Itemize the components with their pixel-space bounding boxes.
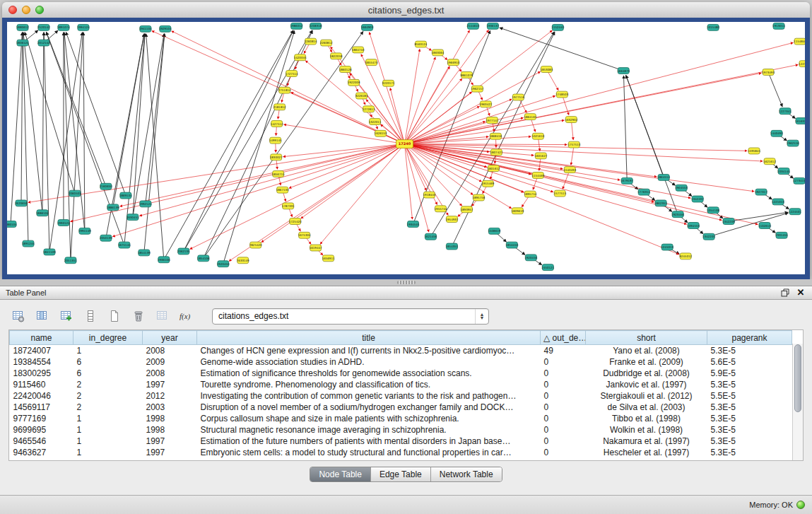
graph-node[interactable]: 1922008 — [348, 79, 360, 86]
table-cell[interactable]: 5.3E-5 — [707, 402, 792, 413]
graph-node[interactable]: 2208318 — [310, 23, 322, 29]
graph-node[interactable]: 2520142 — [37, 24, 50, 30]
graph-node[interactable]: 1619447 — [310, 245, 322, 251]
column-header[interactable]: name — [10, 331, 73, 345]
table-cell[interactable]: 0 — [541, 436, 586, 447]
graph-node[interactable]: 1854450 — [505, 242, 518, 248]
table-cell[interactable]: Corpus callosum shape and size in male p… — [197, 413, 541, 424]
table-cell[interactable]: Estimation of the future numbers of pati… — [197, 436, 541, 447]
graph-node[interactable]: 1868416 — [489, 133, 502, 139]
network-canvas[interactable]: 1724085631241863064196691098610781962157… — [7, 22, 805, 274]
table-cell[interactable]: 9777169 — [10, 413, 73, 424]
graph-node[interactable]: 1856715 — [272, 171, 285, 177]
graph-edge[interactable] — [405, 144, 755, 192]
table-mode-icon[interactable] — [10, 308, 27, 324]
graph-node[interactable]: 1034145 — [777, 168, 790, 175]
graph-edge[interactable] — [626, 76, 664, 177]
table-row[interactable]: 1830029562008Estimation of significance … — [10, 368, 792, 379]
graph-node[interactable]: 1508619 — [488, 228, 500, 234]
graph-node[interactable]: 1864740 — [352, 47, 365, 53]
table-cell[interactable]: 6 — [73, 356, 143, 368]
delete-column-icon[interactable] — [130, 308, 147, 324]
row-selector-icon[interactable] — [82, 308, 99, 324]
graph-edge[interactable] — [190, 144, 405, 250]
graph-edge[interactable] — [405, 30, 470, 144]
table-cell[interactable]: 6 — [73, 368, 143, 379]
graph-node[interactable]: 7825420 — [249, 242, 262, 248]
table-cell[interactable]: 0 — [541, 368, 586, 379]
graph-edge[interactable] — [405, 144, 758, 225]
graph-node[interactable]: 9245012 — [679, 253, 692, 259]
graph-node[interactable]: 1440493 — [770, 130, 783, 136]
graph-node[interactable]: 1973493 — [762, 69, 775, 76]
table-cell[interactable]: Estimation of significance thresholds fo… — [197, 368, 541, 379]
table-cell[interactable]: de Silva et al. (2003) — [586, 402, 707, 413]
graph-node[interactable]: 1757510 — [567, 141, 580, 148]
graph-node[interactable]: 1245013 — [661, 244, 673, 250]
graph-node[interactable]: 1904553 — [675, 185, 688, 191]
table-cell[interactable]: Investigating the contribution of common… — [197, 390, 541, 402]
graph-node[interactable]: 1807427 — [490, 149, 502, 156]
graph-node[interactable]: 1830027 — [270, 154, 283, 160]
column-header[interactable]: in_degree — [73, 331, 143, 345]
table-cell[interactable]: 0 — [541, 424, 586, 436]
graph-edge[interactable] — [71, 33, 83, 260]
graph-node[interactable]: 1427512 — [271, 121, 283, 127]
graph-node[interactable]: 1664879 — [617, 68, 630, 74]
table-cell[interactable]: 5.3E-5 — [707, 436, 792, 447]
graph-edge[interactable] — [768, 72, 782, 107]
table-cell[interactable]: 2 — [73, 390, 143, 402]
graph-node[interactable]: 1918445 — [423, 192, 436, 198]
graph-node[interactable]: 1809619 — [511, 208, 524, 214]
graph-node[interactable]: 2751814 — [278, 87, 291, 93]
graph-node[interactable]: 1880612 — [16, 24, 29, 30]
table-cell[interactable]: 1997 — [143, 447, 197, 458]
graph-node[interactable]: 1862351 — [654, 200, 667, 206]
table-cell[interactable]: Wolkin et al. (1998) — [586, 424, 707, 436]
table-cell[interactable]: Yano et al. (2008) — [586, 345, 707, 357]
graph-node[interactable]: 1776314 — [637, 189, 650, 195]
graph-node[interactable]: 1854351 — [446, 243, 459, 250]
table-row[interactable]: 911546021997Tourette syndrome. Phenomeno… — [10, 379, 792, 390]
table-cell[interactable]: Structural magnetic resonance image aver… — [197, 424, 541, 436]
table-row[interactable]: 1938455462009Genome-wide association stu… — [10, 356, 792, 368]
graph-node[interactable]: 1977516 — [512, 94, 524, 100]
select-columns-icon[interactable] — [34, 308, 51, 324]
table-cell[interactable]: 9463627 — [10, 447, 73, 458]
table-cell[interactable]: 5.5E-5 — [707, 390, 792, 402]
graph-node[interactable]: 1154469 — [531, 173, 544, 179]
graph-node[interactable]: 1855470 — [365, 59, 378, 66]
graph-node[interactable]: 1102610 — [758, 223, 771, 229]
table-cell[interactable]: 0 — [541, 356, 586, 368]
graph-node[interactable]: 1342205 — [702, 233, 715, 240]
graph-edge[interactable] — [500, 28, 623, 71]
graph-node[interactable]: 1021610 — [531, 133, 544, 139]
table-cell[interactable]: Embryonic stem cells: a model to study s… — [197, 447, 541, 458]
graph-edge[interactable] — [283, 144, 405, 157]
graph-edge[interactable] — [23, 33, 42, 213]
column-header[interactable]: year — [143, 331, 197, 345]
table-cell[interactable]: 2 — [73, 379, 143, 390]
graph-node[interactable]: 1893957 — [461, 206, 473, 213]
graph-edge[interactable] — [405, 118, 524, 144]
graph-node[interactable]: 1322011 — [369, 119, 382, 125]
graph-edge[interactable] — [44, 33, 49, 252]
graph-node[interactable]: 1986012 — [290, 23, 303, 29]
tab-node-table[interactable]: Node Table — [310, 467, 371, 481]
table-cell[interactable]: Disruption of a novel member of a sodium… — [197, 402, 541, 413]
graph-edge[interactable] — [113, 34, 144, 208]
close-window-button[interactable] — [8, 6, 17, 14]
graph-node[interactable]: 1224501 — [789, 209, 801, 215]
graph-edge[interactable] — [204, 32, 363, 259]
table-row[interactable]: 946362711997Embryonic stem cells: a mode… — [10, 447, 792, 458]
table-row[interactable]: 1456911722003Disruption of a novel membe… — [10, 402, 792, 413]
network-table-select[interactable]: citations_edges.txt ▲▼ — [212, 308, 489, 325]
graph-edge[interactable] — [144, 34, 165, 253]
graph-node[interactable]: 2050139 — [100, 235, 112, 241]
graph-node[interactable]: 1994149 — [78, 228, 91, 234]
table-cell[interactable]: 5.3E-5 — [707, 424, 792, 436]
column-header[interactable]: short — [586, 331, 707, 345]
table-cell[interactable]: 49 — [541, 345, 586, 357]
graph-node[interactable]: 1801612 — [487, 165, 500, 172]
graph-node[interactable]: 1227341 — [779, 108, 792, 115]
